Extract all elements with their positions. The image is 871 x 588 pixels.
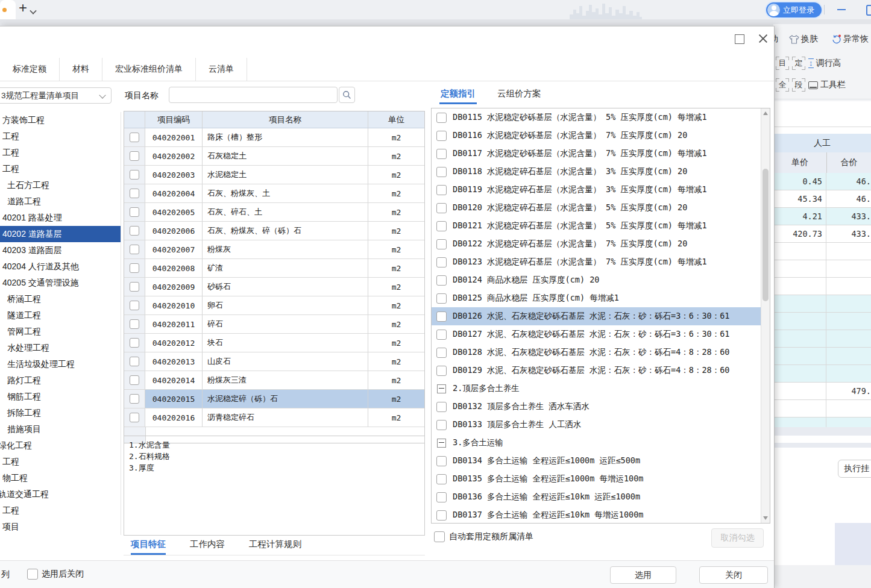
right-tab-1[interactable]: 定额指引 bbox=[439, 85, 477, 104]
row-checkbox[interactable] bbox=[130, 189, 139, 198]
row-checkbox[interactable] bbox=[130, 207, 139, 217]
db-item-checkbox[interactable] bbox=[436, 293, 447, 304]
db-item-checkbox[interactable] bbox=[436, 402, 447, 412]
scrollbar-thumb[interactable] bbox=[763, 169, 769, 301]
sidebar-item-12[interactable]: 桥涵工程 bbox=[0, 291, 121, 307]
table-row[interactable]: 040202010卵石m2 bbox=[124, 296, 424, 315]
dialog-close-icon[interactable] bbox=[756, 32, 770, 45]
sidebar-item-5[interactable]: 土石方工程 bbox=[0, 177, 121, 193]
db-item-checkbox[interactable] bbox=[436, 257, 447, 267]
browser-active-tab[interactable] bbox=[0, 0, 16, 19]
db-list-item[interactable]: DB0133 顶层多合土养生 人工洒水 bbox=[432, 416, 761, 434]
db-item-checkbox[interactable] bbox=[436, 149, 447, 159]
sidebar-item-26[interactable]: 项目 bbox=[0, 519, 121, 535]
table-row[interactable]: 040202014粉煤灰三渣m2 bbox=[124, 371, 424, 390]
sidebar-item-18[interactable]: 钢筋工程 bbox=[0, 389, 121, 405]
db-item-checkbox[interactable] bbox=[436, 420, 447, 430]
sidebar-item-24[interactable]: 轨道交通工程 bbox=[0, 486, 121, 502]
sidebar-item-8[interactable]: 40202 道路基层 bbox=[0, 226, 121, 242]
db-item-checkbox[interactable] bbox=[436, 311, 447, 322]
db-list-item[interactable]: DB0134 多合土运输 全程运距≤1000m 运距≤500m bbox=[432, 452, 761, 470]
row-checkbox[interactable] bbox=[130, 245, 139, 254]
list-standard-dropdown[interactable]: 3规范工程量清单项目 bbox=[0, 87, 112, 104]
db-item-checkbox[interactable] bbox=[436, 131, 447, 141]
sidebar-item-22[interactable]: 工程 bbox=[0, 454, 121, 470]
sidebar-item-2[interactable]: 工程 bbox=[0, 128, 121, 145]
db-item-checkbox[interactable] bbox=[436, 348, 447, 358]
table-row[interactable]: 040202004石灰、粉煤灰、土m2 bbox=[124, 184, 424, 203]
row-checkbox[interactable] bbox=[130, 170, 139, 180]
scroll-down-icon[interactable] bbox=[763, 516, 768, 520]
ding-bracket-button[interactable]: 定 bbox=[792, 57, 805, 70]
db-item-checkbox[interactable] bbox=[436, 474, 447, 484]
uncheck-all-button[interactable]: 取消勾选 bbox=[711, 528, 764, 548]
row-checkbox[interactable] bbox=[130, 263, 139, 273]
db-list-item[interactable]: DB0125 商品水稳层 压实厚度(cm) 每增减1 bbox=[432, 289, 761, 307]
db-list-item[interactable]: DB0135 多合土运输 全程运距≤1000m 每增运100m bbox=[432, 470, 761, 488]
table-row[interactable]: 040202003水泥稳定土m2 bbox=[124, 166, 424, 184]
db-item-checkbox[interactable] bbox=[436, 456, 447, 466]
db-list-item[interactable]: DB0116 水泥稳定砂砾基层（水泥含量） 7% 压实厚度(cm) 20 bbox=[432, 127, 761, 145]
db-item-checkbox[interactable] bbox=[436, 330, 447, 340]
minimize-button[interactable] bbox=[837, 9, 846, 10]
dialog-tab-2[interactable]: 材料 bbox=[60, 58, 102, 81]
dialog-tab-3[interactable]: 宏业标准组价清单 bbox=[102, 58, 196, 81]
dialog-maximize-button[interactable] bbox=[735, 34, 744, 44]
scroll-up-icon[interactable] bbox=[763, 111, 768, 115]
db-list-item[interactable]: DB0127 水泥、石灰稳定砂砾石基层 水泥：石灰：砂：砾石=3：6：30：61 bbox=[432, 325, 761, 343]
db-list-item[interactable]: DB0124 商品水稳层 压实厚度(cm) 20 bbox=[432, 271, 761, 289]
right-tab-2[interactable]: 云组价方案 bbox=[496, 85, 542, 104]
db-item-checkbox[interactable] bbox=[436, 203, 447, 213]
close-after-select-checkbox[interactable] bbox=[27, 569, 38, 580]
db-list-item[interactable]: DB0115 水泥稳定砂砾基层（水泥含量） 5% 压实厚度(cm) 每增减1 bbox=[432, 108, 761, 127]
row-checkbox[interactable] bbox=[130, 338, 139, 348]
search-button[interactable] bbox=[339, 87, 355, 103]
sidebar-item-25[interactable]: 工程 bbox=[0, 502, 121, 519]
db-list-item[interactable]: DB0136 多合土运输 全程运距≤10km 运距≤1000m bbox=[432, 488, 761, 506]
db-item-checkbox[interactable] bbox=[436, 510, 447, 521]
db-item-checkbox[interactable] bbox=[436, 113, 447, 123]
db-item-checkbox[interactable] bbox=[436, 239, 447, 249]
tab-2[interactable]: 工作内容 bbox=[190, 536, 225, 555]
duan-bracket-button[interactable]: 段 bbox=[792, 78, 805, 92]
auto-apply-checkbox[interactable] bbox=[434, 531, 445, 542]
sidebar-item-23[interactable]: 物工程 bbox=[0, 470, 121, 486]
row-checkbox[interactable] bbox=[130, 226, 139, 236]
collapse-icon[interactable] bbox=[437, 439, 446, 448]
table-row[interactable]: 040202015水泥稳定碎（砾）石m2 bbox=[124, 390, 424, 408]
sidebar-item-17[interactable]: 路灯工程 bbox=[0, 372, 121, 389]
tab-3[interactable]: 工程计算规则 bbox=[249, 536, 301, 555]
close-after-select-option[interactable]: 选用后关闭 bbox=[27, 569, 84, 580]
row-checkbox[interactable] bbox=[130, 413, 139, 422]
db-list-item[interactable]: DB0120 水泥稳定碎石基层（水泥含量） 5% 压实厚度(cm) 20 bbox=[432, 199, 761, 217]
db-list-item[interactable]: DB0122 水泥稳定碎石基层（水泥含量） 7% 压实厚度(cm) 20 bbox=[432, 235, 761, 253]
db-list-item[interactable]: DB0126 水泥、石灰稳定砂砾石基层 水泥：石灰：砂：砾石=3：6：30：61 bbox=[432, 307, 761, 325]
item-name-search-input[interactable] bbox=[169, 87, 338, 103]
table-row[interactable]: 040202005石灰、碎石、土m2 bbox=[124, 203, 424, 222]
sidebar-item-1[interactable]: 方装饰工程 bbox=[0, 112, 121, 128]
row-checkbox[interactable] bbox=[130, 319, 139, 329]
sidebar-item-4[interactable]: 工程 bbox=[0, 161, 121, 177]
auto-apply-option[interactable]: 自动套用定额所属清单 bbox=[434, 531, 533, 542]
db-list-item[interactable]: DB0137 多合土运输 全程运距≤10km 每增运1000m bbox=[432, 506, 761, 524]
row-checkbox[interactable] bbox=[130, 375, 139, 385]
collapse-icon[interactable] bbox=[437, 384, 446, 393]
login-button[interactable]: 立即登录 bbox=[766, 2, 822, 17]
db-item-checkbox[interactable] bbox=[436, 275, 447, 286]
db-list-item[interactable]: DB0128 水泥、石灰稳定砂砾石基层 水泥：石灰：砂：砾石=4：8：28：60 bbox=[432, 343, 761, 361]
sidebar-item-14[interactable]: 管网工程 bbox=[0, 324, 121, 340]
row-checkbox[interactable] bbox=[130, 151, 139, 161]
table-row[interactable]: 040202016沥青稳定碎石m2 bbox=[124, 408, 424, 427]
sidebar-item-20[interactable]: 措施项目 bbox=[0, 421, 121, 437]
sidebar-item-10[interactable]: 40204 人行道及其他 bbox=[0, 258, 121, 275]
dialog-tab-1[interactable]: 标准定额 bbox=[0, 58, 60, 81]
abnormal-recovery-button[interactable]: 异常恢 bbox=[831, 34, 869, 45]
row-checkbox[interactable] bbox=[130, 394, 139, 404]
db-group-row[interactable]: 3.多合土运输 bbox=[432, 434, 761, 452]
sidebar-item-15[interactable]: 水处理工程 bbox=[0, 340, 121, 356]
adjust-row-height-button[interactable]: 调行高 bbox=[816, 58, 841, 69]
db-item-checkbox[interactable] bbox=[436, 167, 447, 177]
db-item-checkbox[interactable] bbox=[436, 492, 447, 502]
tab-list-chevron-icon[interactable] bbox=[30, 7, 36, 14]
db-list-item[interactable]: DB0123 水泥稳定碎石基层（水泥含量） 7% 压实厚度(cm) 每增减1 bbox=[432, 253, 761, 271]
